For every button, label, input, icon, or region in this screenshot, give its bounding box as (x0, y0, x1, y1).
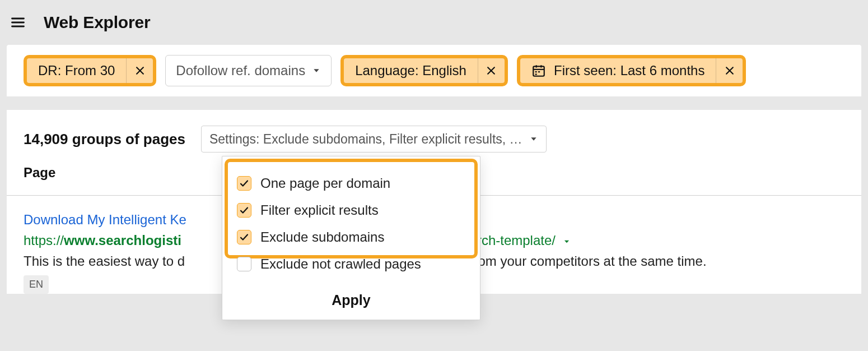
filter-dr[interactable]: DR: From 30 (24, 55, 156, 86)
option-label: Filter explicit results (260, 202, 379, 218)
checkbox-icon[interactable] (237, 230, 251, 244)
filter-dofollow[interactable]: Dofollow ref. domains (165, 55, 332, 86)
option-label: One page per domain (260, 176, 390, 191)
result-url-domain: www.searchlogisti (64, 233, 181, 248)
result-title-link[interactable]: Download My Intelligent Ke (24, 212, 186, 227)
app-header: Web Explorer (0, 0, 868, 45)
option-filter-explicit[interactable]: Filter explicit results (237, 197, 465, 224)
filter-language-remove[interactable] (478, 58, 505, 83)
chevron-down-icon[interactable] (563, 238, 571, 246)
filter-dr-label: DR: From 30 (38, 63, 115, 78)
apply-button[interactable]: Apply (222, 282, 480, 320)
filter-language-label: Language: English (355, 63, 466, 78)
filter-first-seen-label: First seen: Last 6 months (554, 63, 704, 78)
calendar-icon (531, 63, 546, 78)
filter-language[interactable]: Language: English (340, 55, 508, 86)
chevron-down-icon (529, 132, 538, 147)
svg-rect-13 (535, 73, 536, 75)
language-badge: EN (24, 275, 49, 294)
settings-popover: One page per domain Filter explicit resu… (222, 156, 480, 320)
filter-bar: DR: From 30 Dofollow ref. domains Langua… (7, 45, 861, 96)
filter-first-seen-remove[interactable] (716, 58, 743, 83)
option-label: Exclude subdomains (260, 229, 384, 245)
filter-dr-remove[interactable] (126, 58, 153, 83)
filter-first-seen[interactable]: First seen: Last 6 months (517, 55, 746, 86)
settings-dropdown-label: Settings: Exclude subdomains, Filter exp… (209, 132, 522, 147)
page-title: Web Explorer (44, 13, 150, 32)
chevron-down-icon (312, 63, 321, 78)
svg-rect-7 (533, 66, 544, 76)
option-exclude-not-crawled[interactable]: Exclude not crawled pages (237, 251, 465, 278)
settings-option-list: One page per domain Filter explicit resu… (222, 156, 480, 282)
option-label: Exclude not crawled pages (260, 256, 421, 272)
menu-icon[interactable] (8, 12, 28, 33)
option-one-page-per-domain[interactable]: One page per domain (237, 170, 465, 197)
checkbox-icon[interactable] (237, 203, 251, 218)
result-url-prefix: https:// (24, 233, 64, 248)
checkbox-icon[interactable] (237, 257, 251, 271)
option-exclude-subdomains[interactable]: Exclude subdomains (237, 224, 465, 251)
filter-dofollow-label: Dofollow ref. domains (176, 63, 305, 78)
svg-rect-11 (535, 71, 536, 72)
results-panel: 14,909 groups of pages Settings: Exclude… (7, 110, 861, 294)
results-count: 14,909 groups of pages (24, 131, 185, 148)
settings-dropdown[interactable]: Settings: Exclude subdomains, Filter exp… (201, 126, 547, 153)
svg-rect-12 (538, 71, 540, 72)
checkbox-icon[interactable] (237, 176, 251, 191)
